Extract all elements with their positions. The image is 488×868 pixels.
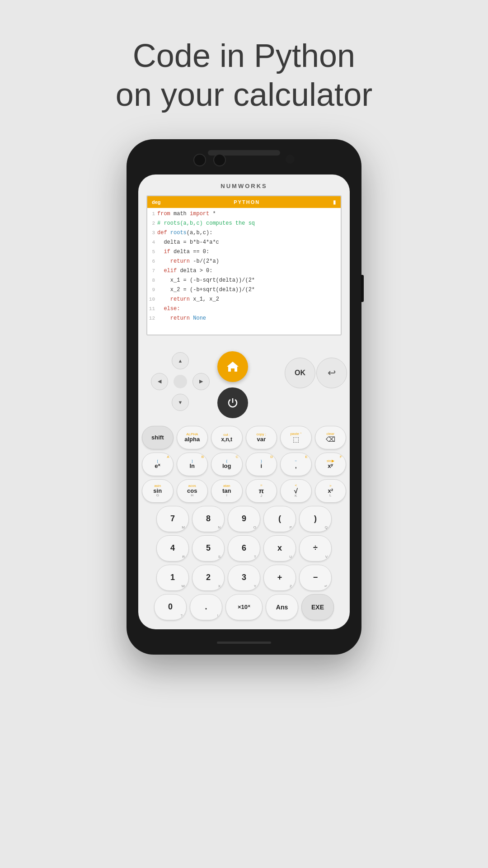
key-mult-sub: U [289, 555, 292, 559]
screen-header: deg PYTHON ▮ [147, 196, 341, 208]
key-8[interactable]: 8 N [192, 506, 225, 532]
back-button[interactable]: ↩ [316, 358, 347, 388]
key-log[interactable]: C { log [211, 453, 243, 476]
dpad-right-button[interactable]: ▶ [192, 373, 210, 390]
key-x2[interactable]: > x² L [315, 479, 347, 503]
power-button[interactable] [217, 387, 248, 418]
line-num: 12 [147, 314, 157, 323]
key-sin-sub: G [156, 494, 159, 497]
key-ans-label: Ans [276, 604, 288, 611]
key-lparen[interactable]: ( P [263, 506, 296, 532]
key-pi[interactable]: = π J [246, 479, 277, 503]
key-xnt[interactable]: cut : x,n,t [211, 426, 243, 449]
key-sci[interactable]: ×10ˣ [225, 594, 263, 620]
key-pi-sub: J [260, 494, 262, 498]
code-text: return None [157, 314, 206, 323]
key-clear[interactable]: clear ⌫ [315, 426, 347, 449]
key-paste[interactable]: paste " ⬚ [280, 426, 312, 449]
keyboard: shift ALPHA alpha cut : x,n,t copy ; var… [142, 426, 346, 623]
line-num: 6 [147, 257, 157, 266]
deg-label: deg [152, 199, 161, 205]
calculator-screen: deg PYTHON ▮ 1 from math import * 2 # ro… [146, 195, 342, 335]
key-rparen[interactable]: ) Q [299, 506, 332, 532]
code-line-8: 8 x_1 = (-b-sqrt(delta))/(2* [147, 276, 341, 285]
key-6-sub: T [254, 555, 256, 559]
key-dot[interactable]: . ! [190, 594, 222, 620]
code-text: return -b/(2*a) [157, 257, 219, 266]
key-2[interactable]: 2 X [192, 565, 225, 591]
headline-line2: on your calculator [116, 75, 372, 114]
code-line-7: 7 elif delta > 0: [147, 266, 341, 276]
key-rparen-label: ) [314, 514, 317, 524]
key-7[interactable]: 7 M [156, 506, 189, 532]
key-5[interactable]: 5 S [192, 535, 225, 561]
key-ex-label: eˣ [155, 463, 160, 469]
home-icon [226, 360, 239, 373]
keyboard-row-7: 0 ? . ! ×10ˣ Ans EXE [142, 594, 346, 620]
key-comma[interactable]: E − , [280, 453, 312, 476]
key-ex-corner: A [167, 455, 169, 459]
phone-bottom-bar [217, 642, 271, 644]
camera-front [286, 155, 295, 164]
key-shift[interactable]: shift [142, 426, 174, 449]
key-sqrt[interactable]: < √ K [280, 479, 312, 503]
keyboard-row-5: 4 R 5 S 6 T x U ÷ V [142, 535, 346, 561]
key-plus[interactable]: + Z [263, 565, 296, 591]
dpad: ▲ ▼ ◀ ▶ [151, 352, 210, 411]
key-lparen-label: ( [278, 514, 281, 524]
key-div-sub: V [325, 555, 328, 559]
key-comma-corner: E [305, 455, 307, 459]
line-num: 5 [147, 247, 157, 257]
key-minus[interactable]: − ↵ [299, 565, 332, 591]
home-button[interactable] [217, 351, 248, 382]
key-0-sub: ? [181, 613, 183, 618]
key-ln[interactable]: B ] ln [177, 453, 208, 476]
key-exe[interactable]: EXE [301, 594, 334, 620]
key-4[interactable]: 4 R [156, 535, 189, 561]
key-alpha[interactable]: ALPHA alpha [177, 426, 208, 449]
key-sqrt-label: √ [294, 487, 298, 494]
key-ans[interactable]: Ans [266, 594, 298, 620]
key-div[interactable]: ÷ V [299, 535, 332, 561]
phone-wrapper: NUMWORKS deg PYTHON ▮ 1 from math import… [127, 139, 361, 655]
line-num: 3 [147, 228, 157, 238]
key-3[interactable]: 3 Y [228, 565, 260, 591]
dpad-down-button[interactable]: ▼ [172, 394, 189, 411]
key-1[interactable]: 1 W [156, 565, 189, 591]
key-rparen-sub: Q [325, 525, 328, 529]
key-3-label: 3 [242, 573, 246, 582]
side-button[interactable] [361, 275, 364, 302]
key-log-label: log [222, 463, 231, 469]
key-var[interactable]: copy ; var [246, 426, 277, 449]
key-i[interactable]: D } i [246, 453, 277, 476]
key-sin[interactable]: asin sin G [142, 479, 174, 503]
line-num: 2 [147, 219, 157, 228]
key-mult-label: x [277, 543, 282, 553]
key-9-label: 9 [242, 514, 246, 524]
key-5-label: 5 [206, 543, 211, 553]
key-xnt-label: x,n,t [221, 437, 232, 442]
key-comma-label: , [295, 463, 297, 469]
key-6[interactable]: 6 T [228, 535, 260, 561]
ok-label: OK [295, 369, 305, 377]
key-0[interactable]: 0 ? [154, 594, 187, 620]
key-i-label: i [260, 463, 262, 469]
key-3-sub: Y [254, 584, 256, 588]
key-xy[interactable]: F sto▶ xʸ [315, 453, 347, 476]
key-ex[interactable]: A [ eˣ [142, 453, 174, 476]
key-mult[interactable]: x U [263, 535, 296, 561]
dpad-up-button[interactable]: ▲ [172, 352, 189, 369]
keyboard-row-6: 1 W 2 X 3 Y + Z − ↵ [142, 565, 346, 591]
key-ln-label: ln [189, 463, 195, 469]
code-text: delta = b*b-4*a*c [157, 238, 219, 247]
ok-button[interactable]: OK [285, 358, 315, 388]
code-line-6: 6 return -b/(2*a) [147, 257, 341, 266]
key-9[interactable]: 9 O [228, 506, 260, 532]
key-cos[interactable]: acos cos H [177, 479, 208, 503]
code-line-1: 1 from math import * [147, 209, 341, 219]
line-num: 9 [147, 285, 157, 295]
key-tan[interactable]: atan tan I [211, 479, 243, 503]
dpad-left-button[interactable]: ◀ [151, 373, 168, 390]
key-plus-sub: Z [290, 584, 292, 588]
code-line-10: 10 return x_1, x_2 [147, 295, 341, 304]
